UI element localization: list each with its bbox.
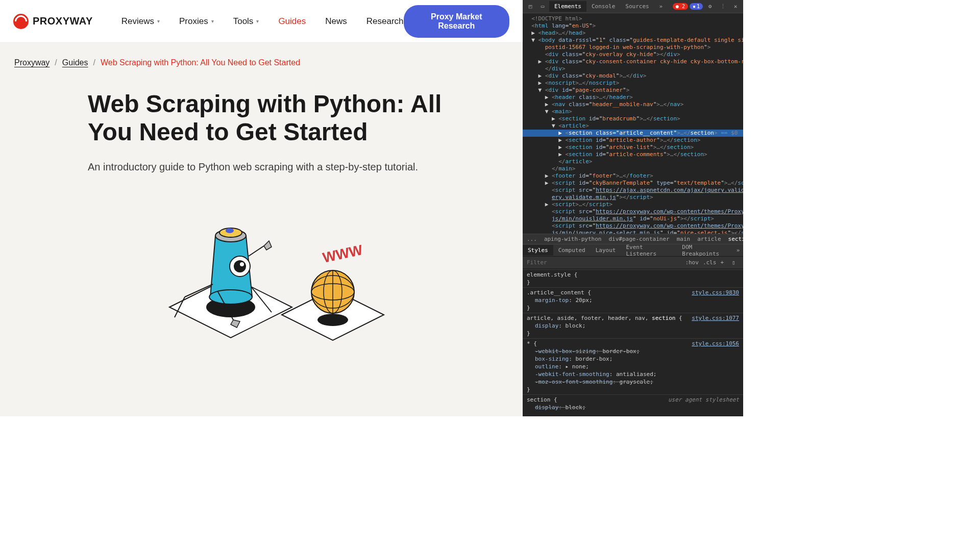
path-segment[interactable]: ... bbox=[527, 236, 537, 242]
svg-point-2 bbox=[209, 290, 252, 304]
content-area: Proxyway / Guides / Web Scraping with Py… bbox=[0, 43, 523, 416]
styles-tab-styles[interactable]: Styles bbox=[523, 245, 553, 256]
logo-icon bbox=[13, 14, 29, 29]
article-subtitle: An introductory guide to Python web scra… bbox=[88, 159, 445, 174]
more-tabs-icon[interactable]: » bbox=[655, 1, 667, 12]
site-header: PROXYWAY Reviews▾Proxies▾Tools▾GuidesNew… bbox=[0, 0, 523, 43]
info-badge[interactable]: ▪ 1 bbox=[690, 3, 703, 10]
dom-node[interactable]: js/min/nouislider.min.js" id="noUi-js"><… bbox=[523, 215, 743, 222]
dom-node[interactable]: <!DOCTYPE html> bbox=[523, 15, 743, 22]
nav-item-proxies[interactable]: Proxies▾ bbox=[179, 16, 214, 27]
svg-marker-13 bbox=[264, 241, 272, 250]
logo[interactable]: PROXYWAY bbox=[13, 14, 93, 29]
path-segment[interactable]: aping-with-python bbox=[544, 236, 602, 242]
devtools-tab-elements[interactable]: Elements bbox=[549, 1, 586, 12]
breadcrumb-current: Web Scraping with Python: All You Need t… bbox=[101, 58, 300, 67]
svg-point-8 bbox=[240, 262, 244, 266]
dom-node[interactable]: ▶ <noscript>…</noscript> bbox=[523, 80, 743, 87]
dom-node[interactable]: <html lang="en-US"> bbox=[523, 22, 743, 30]
close-icon[interactable]: ✕ bbox=[730, 1, 741, 12]
css-rule[interactable]: .article__content {style.css:9830margin-… bbox=[523, 287, 743, 313]
devtools-toolbar: ◰ ▭ ElementsConsoleSources » ● 2 ▪ 1 ⚙ ⋮… bbox=[523, 0, 743, 13]
styles-tabs: StylesComputedLayoutEvent ListenersDOM B… bbox=[523, 244, 743, 256]
breadcrumb-sep: / bbox=[55, 58, 57, 67]
css-rule[interactable]: element.style {} bbox=[523, 269, 743, 287]
sidebar-toggle-icon[interactable]: ▯ bbox=[728, 257, 739, 268]
dom-node[interactable]: ▼ <article> bbox=[523, 122, 743, 130]
filter-control[interactable]: + bbox=[720, 259, 724, 266]
menu-icon[interactable]: ⋮ bbox=[717, 1, 728, 12]
logo-text: PROXYWAY bbox=[33, 15, 93, 27]
dom-node[interactable]: ▶ <nav class="header__mobile-nav">…</nav… bbox=[523, 101, 743, 108]
devtools-tab-console[interactable]: Console bbox=[586, 1, 620, 12]
dom-node[interactable]: ▶ <header class>…</header> bbox=[523, 94, 743, 101]
dom-node[interactable]: ▶ <section id="article-author">…</sectio… bbox=[523, 137, 743, 144]
dom-node[interactable]: ▶ <section id="archive-list">…</section> bbox=[523, 144, 743, 151]
svg-point-5 bbox=[226, 228, 234, 233]
dom-node[interactable]: js/min/jquery.nice-select.min.js" id="ni… bbox=[523, 230, 743, 234]
nav-item-reviews[interactable]: Reviews▾ bbox=[121, 16, 160, 27]
dom-node[interactable]: <script src="https://ajax.aspnetcdn.com/… bbox=[523, 187, 743, 194]
dom-node[interactable]: <script src="https://proxyway.com/wp-con… bbox=[523, 208, 743, 215]
cta-button[interactable]: Proxy Market Research bbox=[404, 5, 509, 38]
dom-node[interactable]: ▶ <head>…</head> bbox=[523, 30, 743, 37]
nav-item-research[interactable]: Research bbox=[366, 16, 404, 27]
devtools-badges: ● 2 ▪ 1 ⚙ ⋮ ✕ bbox=[673, 1, 741, 12]
breadcrumb-sep: / bbox=[93, 58, 95, 67]
nav-item-news[interactable]: News bbox=[325, 16, 347, 27]
svg-line-12 bbox=[249, 246, 264, 256]
styles-tab-layout[interactable]: Layout bbox=[591, 245, 621, 256]
devtools-panel: ◰ ▭ ElementsConsoleSources » ● 2 ▪ 1 ⚙ ⋮… bbox=[523, 0, 743, 416]
dom-node[interactable]: ▶ <script id="ckyBannerTemplate" type="t… bbox=[523, 180, 743, 187]
svg-text:WWW: WWW bbox=[321, 242, 364, 266]
chevron-down-icon: ▾ bbox=[157, 18, 160, 24]
more-tabs-icon[interactable]: » bbox=[733, 245, 743, 256]
main-nav: Reviews▾Proxies▾Tools▾GuidesNewsResearch bbox=[121, 16, 404, 27]
dom-node[interactable]: ▼ <main> bbox=[523, 108, 743, 115]
devtools-tab-sources[interactable]: Sources bbox=[620, 1, 654, 12]
breadcrumb-root[interactable]: Proxyway bbox=[14, 58, 50, 67]
svg-point-17 bbox=[317, 314, 348, 326]
svg-point-7 bbox=[234, 260, 246, 272]
dom-node[interactable]: ▼ <div id="page-container"> bbox=[523, 87, 743, 94]
breadcrumb-category[interactable]: Guides bbox=[62, 58, 88, 67]
styles-tab-computed[interactable]: Computed bbox=[553, 245, 591, 256]
inspect-icon[interactable]: ◰ bbox=[525, 1, 536, 12]
dom-node[interactable]: ▶ <script>…</script> bbox=[523, 201, 743, 208]
filter-control[interactable]: .cls bbox=[703, 259, 717, 266]
styles-pane[interactable]: element.style {}.article__content {style… bbox=[523, 268, 743, 416]
dom-node[interactable]: ery.validate.min.js"></script> bbox=[523, 194, 743, 201]
dom-node[interactable]: ▶ <section id="breadcrumb">…</section> bbox=[523, 115, 743, 122]
hero-illustration: WWW bbox=[88, 190, 445, 343]
nav-item-tools[interactable]: Tools▾ bbox=[233, 16, 259, 27]
dom-node[interactable]: ▶ <section id="article-comments">…</sect… bbox=[523, 151, 743, 158]
dom-node[interactable]: ▼ <body data-rsssl="1" class="guides-tem… bbox=[523, 37, 743, 44]
dom-node[interactable]: ▶ <section class="article__content">…</s… bbox=[523, 130, 743, 137]
breadcrumb: Proxyway / Guides / Web Scraping with Py… bbox=[14, 58, 508, 67]
dom-node[interactable]: </main> bbox=[523, 165, 743, 172]
dom-node[interactable]: <div class="cky-overlay cky-hide"></div> bbox=[523, 51, 743, 58]
css-rule[interactable]: section {user agent stylesheetdisplay: b… bbox=[523, 394, 743, 412]
dom-node[interactable]: </article> bbox=[523, 158, 743, 165]
article: Web Scraping with Python: All You Need t… bbox=[88, 90, 445, 343]
dom-node[interactable]: </div> bbox=[523, 65, 743, 72]
styles-filter-bar: :hov.cls+ ▯ bbox=[523, 256, 743, 268]
dom-node[interactable]: ▶ <div class="cky-modal">…</div> bbox=[523, 72, 743, 80]
dom-node[interactable]: ▶ <footer id="footer">…</footer> bbox=[523, 172, 743, 180]
device-icon[interactable]: ▭ bbox=[537, 1, 548, 12]
chevron-down-icon: ▾ bbox=[211, 18, 214, 24]
article-title: Web Scraping with Python: All You Need t… bbox=[88, 90, 445, 146]
chevron-down-icon: ▾ bbox=[256, 18, 259, 24]
nav-item-guides[interactable]: Guides bbox=[278, 16, 306, 27]
css-rule[interactable]: article, aside, footer, header, nav, sec… bbox=[523, 313, 743, 338]
elements-tree[interactable]: <!DOCTYPE html> <html lang="en-US"> ▶ <h… bbox=[523, 13, 743, 234]
error-badge[interactable]: ● 2 bbox=[673, 3, 688, 10]
css-rule[interactable]: * {style.css:1056-webkit-box-sizing: bor… bbox=[523, 338, 743, 394]
dom-node[interactable]: postid-15667 logged-in web-scraping-with… bbox=[523, 44, 743, 51]
styles-filter-input[interactable] bbox=[527, 259, 681, 266]
filter-control[interactable]: :hov bbox=[685, 259, 699, 266]
page-content: PROXYWAY Reviews▾Proxies▾Tools▾GuidesNew… bbox=[0, 0, 523, 416]
dom-node[interactable]: <script src="https://proxyway.com/wp-con… bbox=[523, 222, 743, 230]
dom-node[interactable]: ▶ <div class="cky-consent-container cky-… bbox=[523, 58, 743, 65]
gear-icon[interactable]: ⚙ bbox=[704, 1, 716, 12]
